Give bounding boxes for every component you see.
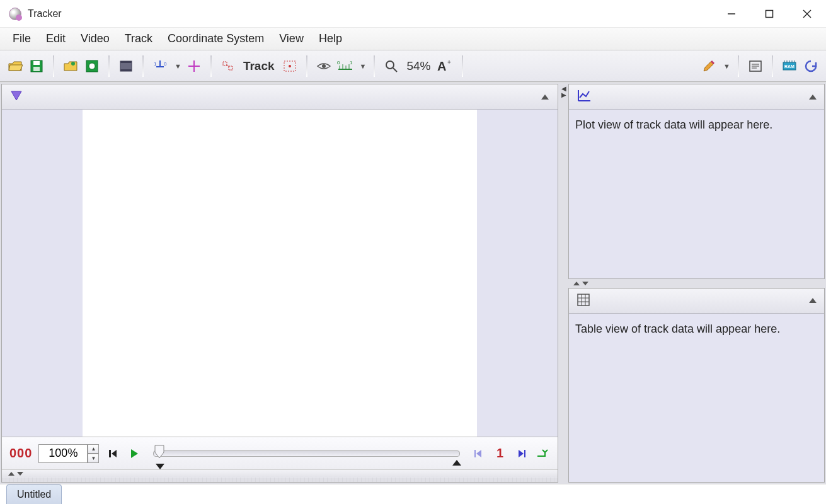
collapse-up-icon[interactable] <box>541 94 549 100</box>
calibration-icon[interactable]: 10 <box>151 57 169 75</box>
spinner-down-icon[interactable]: ▼ <box>88 454 99 463</box>
menu-help[interactable]: Help <box>311 30 350 48</box>
svg-point-23 <box>289 65 291 67</box>
axes-icon[interactable] <box>185 57 203 75</box>
svg-rect-11 <box>120 61 132 63</box>
minimize-button[interactable] <box>713 0 750 28</box>
menu-bar: File Edit Video Track Coordinate System … <box>0 28 826 50</box>
pencil-icon[interactable] <box>700 57 718 75</box>
svg-text:RAM: RAM <box>784 64 794 69</box>
track-region-icon[interactable] <box>281 57 299 75</box>
track-button[interactable]: Track <box>241 59 277 73</box>
svg-rect-48 <box>474 450 476 457</box>
toolbar-separator <box>738 55 739 77</box>
svg-rect-47 <box>109 450 111 457</box>
menu-video[interactable]: Video <box>73 30 117 48</box>
horizontal-splitter[interactable] <box>568 279 825 288</box>
mini-splitter[interactable] <box>2 469 558 477</box>
plot-hint-text: Plot view of track data will appear here… <box>569 110 824 140</box>
dropdown-caret-icon[interactable]: ▼ <box>173 62 181 70</box>
notes-icon[interactable] <box>747 57 764 75</box>
font-size-icon[interactable]: A+ <box>437 57 454 75</box>
save-video-icon[interactable] <box>83 57 101 75</box>
visibility-icon[interactable] <box>315 57 333 75</box>
tab-strip: Untitled <box>0 484 826 504</box>
play-bar: 000 100% ▲ ▼ <box>2 437 558 469</box>
svg-rect-49 <box>524 450 525 457</box>
collapse-up-icon[interactable] <box>809 298 817 303</box>
dropdown-caret-icon[interactable]: ▼ <box>358 62 367 70</box>
video-panel-header <box>2 84 558 110</box>
svg-text:1: 1 <box>350 60 353 66</box>
step-forward-button[interactable] <box>513 449 529 459</box>
dropdown-caret-icon[interactable]: ▼ <box>721 62 730 70</box>
menu-view[interactable]: View <box>272 30 311 48</box>
play-rate-spinner[interactable]: ▲ ▼ <box>88 444 99 463</box>
svg-text:+: + <box>447 59 451 66</box>
table-hint-text: Table view of track data will appear her… <box>569 314 824 345</box>
plot-panel: Plot view of track data will appear here… <box>568 84 825 279</box>
save-file-icon[interactable] <box>28 57 45 75</box>
chevron-down-icon[interactable] <box>582 282 588 285</box>
open-file-icon[interactable] <box>6 57 24 75</box>
menu-file[interactable]: File <box>5 30 38 48</box>
frame-slider[interactable] <box>153 450 460 457</box>
slider-ruler <box>2 477 558 482</box>
slider-start-marker-icon[interactable] <box>156 464 164 469</box>
play-rate-input[interactable]: 100% <box>38 444 88 463</box>
loop-button[interactable] <box>535 449 550 459</box>
toolbar-separator <box>210 55 212 77</box>
track-control-icon[interactable] <box>11 91 22 103</box>
memory-icon[interactable]: RAM <box>781 57 798 75</box>
video-canvas[interactable] <box>83 110 477 437</box>
clip-settings-icon[interactable] <box>117 57 135 75</box>
toolbar-separator <box>142 55 144 77</box>
chevron-right-icon[interactable]: ▶ <box>561 93 566 98</box>
step-size[interactable]: 1 <box>493 446 507 461</box>
toolbar-separator <box>462 55 463 77</box>
zoom-percent-label[interactable]: 54% <box>404 59 433 73</box>
svg-point-32 <box>386 61 394 69</box>
table-panel: Table view of track data will appear her… <box>568 288 825 483</box>
chevron-up-icon[interactable] <box>573 282 580 285</box>
open-video-icon[interactable] <box>62 57 79 75</box>
vertical-splitter[interactable]: ◀ ▶ <box>559 83 568 484</box>
video-panel: 000 100% ▲ ▼ <box>1 84 558 483</box>
table-panel-header <box>569 289 824 314</box>
autotracker-icon[interactable] <box>219 57 237 75</box>
slider-end-marker-icon[interactable] <box>452 460 461 466</box>
right-column: Plot view of track data will appear here… <box>568 84 825 483</box>
table-icon[interactable] <box>576 293 590 309</box>
tab-untitled[interactable]: Untitled <box>6 484 62 504</box>
play-button[interactable] <box>127 449 142 459</box>
table-panel-body: Table view of track data will appear her… <box>569 314 824 483</box>
slider-thumb[interactable] <box>154 445 165 459</box>
svg-rect-5 <box>33 61 40 65</box>
chevron-up-icon[interactable] <box>8 472 14 476</box>
workspace: 000 100% ▲ ▼ <box>0 82 826 484</box>
toolbar-separator <box>374 55 375 77</box>
svg-rect-52 <box>578 294 589 306</box>
video-view[interactable] <box>2 110 558 437</box>
maximize-button[interactable] <box>750 0 788 28</box>
menu-edit[interactable]: Edit <box>38 30 73 48</box>
video-margin-right <box>477 110 558 437</box>
window-title: Tracker <box>28 8 62 20</box>
spinner-up-icon[interactable]: ▲ <box>88 444 99 454</box>
svg-text:A: A <box>437 59 446 73</box>
step-back-button[interactable] <box>471 449 486 459</box>
menu-coordinate-system[interactable]: Coordinate System <box>160 30 272 48</box>
chevron-down-icon[interactable] <box>17 472 23 476</box>
reset-button[interactable] <box>105 449 120 459</box>
plot-icon[interactable] <box>576 89 592 105</box>
video-margin-left <box>2 110 83 437</box>
collapse-up-icon[interactable] <box>809 94 817 100</box>
zoom-icon[interactable] <box>382 57 400 75</box>
svg-rect-6 <box>33 67 40 71</box>
close-button[interactable] <box>788 0 826 28</box>
chevron-left-icon[interactable]: ◀ <box>561 86 566 91</box>
svg-rect-1 <box>766 10 773 17</box>
ruler-icon[interactable]: 01 <box>336 57 354 75</box>
menu-track[interactable]: Track <box>117 30 160 48</box>
refresh-icon[interactable] <box>802 57 820 75</box>
